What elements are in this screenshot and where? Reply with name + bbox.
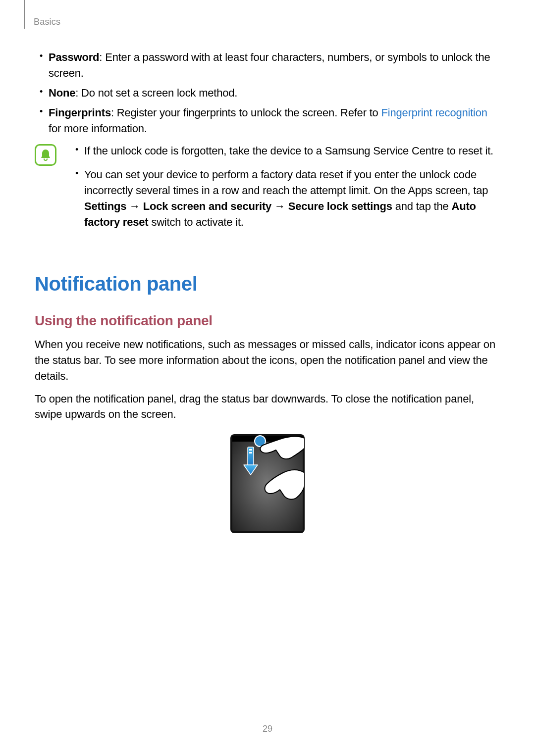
path-lockscreen: Lock screen and security xyxy=(143,200,271,212)
svg-rect-5 xyxy=(249,449,252,451)
note-item: You can set your device to perform a fac… xyxy=(84,167,500,230)
body-paragraph: To open the notification panel, drag the… xyxy=(35,391,500,423)
body-paragraph: When you receive new notifications, such… xyxy=(35,337,500,384)
path-settings: Settings xyxy=(84,200,126,212)
lock-method-name: Password xyxy=(49,51,99,63)
swipe-down-figure: 10:00 xyxy=(230,434,305,533)
path-securelock: Secure lock settings xyxy=(288,200,392,212)
fingerprint-recognition-link[interactable]: Fingerprint recognition xyxy=(381,106,487,119)
note-bell-icon xyxy=(35,144,56,166)
page-number: 29 xyxy=(0,724,535,734)
arrow: → xyxy=(126,200,143,212)
section-title: Notification panel xyxy=(35,273,500,295)
subsection-title: Using the notification panel xyxy=(35,313,500,329)
note-icon-wrap xyxy=(35,144,60,166)
lock-method-desc: : Register your fingerprints to unlock t… xyxy=(111,106,381,119)
note-item: If the unlock code is forgotten, take th… xyxy=(84,143,500,159)
page-content: Password: Enter a password with at least… xyxy=(35,50,500,533)
svg-rect-6 xyxy=(249,452,252,454)
note-text: You can set your device to perform a fac… xyxy=(84,168,488,197)
header-section-label: Basics xyxy=(34,17,60,27)
list-item: Password: Enter a password with at least… xyxy=(49,50,500,81)
list-item: Fingerprints: Register your fingerprints… xyxy=(49,105,500,137)
note-text: and tap the xyxy=(392,200,452,212)
lock-method-desc-after: for more information. xyxy=(49,122,147,135)
lock-method-desc: : Do not set a screen lock method. xyxy=(75,87,237,99)
list-item: None: Do not set a screen lock method. xyxy=(49,85,500,101)
note-block: If the unlock code is forgotten, take th… xyxy=(35,143,500,238)
note-list: If the unlock code is forgotten, take th… xyxy=(70,143,500,238)
figure-wrap: 10:00 xyxy=(35,434,500,533)
lock-method-desc: : Enter a password with at least four ch… xyxy=(49,51,490,79)
note-text: switch to activate it. xyxy=(148,216,243,228)
header-rule xyxy=(24,0,25,29)
lock-method-list: Password: Enter a password with at least… xyxy=(49,50,500,136)
lock-method-name: Fingerprints xyxy=(49,106,111,119)
lock-method-name: None xyxy=(49,87,75,99)
arrow: → xyxy=(271,200,288,212)
